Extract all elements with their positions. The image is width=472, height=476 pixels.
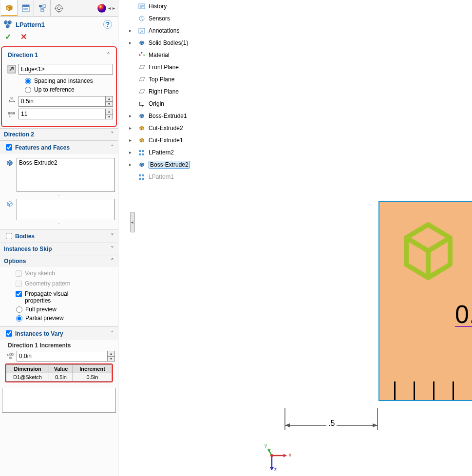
svg-rect-3 [43,5,46,7]
instances-vary-checkbox[interactable] [6,330,12,337]
appearance-ball-icon[interactable] [96,3,107,14]
tree-item-label: Boss-Extrude2 [149,161,190,169]
tree-item-label: Top Plane [149,76,174,83]
vary-dimension-table[interactable]: Dimension Value Increment D1@Sketch 0.5i… [6,364,112,381]
confirm-row: ✓ ✕ [0,31,118,45]
orientation-triad[interactable]: x y z [264,441,299,475]
up-to-reference-radio[interactable] [25,87,31,93]
svg-rect-2 [39,5,42,7]
direction1-count-input[interactable] [19,109,106,119]
faces-to-pattern-list[interactable] [17,199,115,220]
direction2-header-row[interactable]: Direction 2 ˅ [0,129,118,140]
spacing-spinner[interactable]: ▴▾ [105,96,113,107]
bodies-checkbox[interactable] [6,233,12,239]
table-row[interactable]: D1@Sketch 0.5in 0.5in [6,373,112,381]
table-header-value[interactable]: Value [49,365,73,373]
count-spinner[interactable]: ▴▾ [105,109,113,119]
partial-preview-radio[interactable] [16,315,22,322]
dimension-witness-line [455,326,472,327]
collapse-icon: ˄ [111,144,114,152]
model-preview-part[interactable]: goe 0.5 0.5 [378,201,472,401]
svg-rect-28 [142,178,144,180]
extrude-icon [138,112,146,120]
tree-item-top-plane[interactable]: Top Plane [138,73,255,85]
table-cell-value[interactable]: 0.5in [49,373,73,381]
tree-expand-icon[interactable]: ▸ [129,162,132,167]
features-to-pattern-list[interactable]: Boss-Extrude2 [17,158,115,192]
tree-expand-icon[interactable]: ▸ [129,150,132,155]
table-header-dimension[interactable]: Dimension [6,365,49,373]
tree-item-boss-extrude1[interactable]: ▸Boss-Extrude1 [138,110,255,122]
bodies-header-row[interactable]: Bodies ˅ [0,229,118,243]
tree-item-lpattern1[interactable]: LPattern1 [138,171,255,183]
ok-accept-button[interactable]: ✓ [5,33,11,41]
direction1-header[interactable]: Direction 1 [8,52,107,58]
tree-item-lpattern2[interactable]: ▸LPattern2 [138,146,255,158]
cancel-button[interactable]: ✕ [20,33,27,41]
vary-table-highlight: Dimension Value Increment D1@Sketch 0.5i… [5,363,113,382]
table-cell-increment[interactable]: 0.5in [73,373,112,381]
tree-expand-icon[interactable]: ▸ [129,28,132,33]
features-faces-header-row[interactable]: Features and Faces ˄ [0,141,118,154]
graphics-viewport[interactable]: HistorySensors▸AAnnotations▸Solid Bodies… [118,0,472,476]
svg-point-7 [97,4,106,13]
features-faces-checkbox[interactable] [6,144,12,151]
panel-tabbar: ◂ ▸ [0,0,118,17]
options-header-row[interactable]: Options ˄ [0,255,118,267]
svg-point-29 [270,454,273,457]
collapse-icon: ˄ [111,257,114,265]
increment-value-input[interactable] [17,351,108,362]
reverse-direction-icon[interactable] [7,65,16,74]
tree-item-cut-extrude1[interactable]: ▸Cut-Extrude1 [138,134,255,146]
tree-item-right-plane[interactable]: Right Plane [138,85,255,97]
instances-vary-header-row[interactable]: Instances to Vary ˄ [0,327,118,340]
tree-item-boss-extrude2[interactable]: ▸Boss-Extrude2 [138,158,255,171]
solidbody-icon [138,39,146,47]
tab-configuration-manager[interactable] [34,0,51,16]
spacing-instances-radio[interactable] [25,78,31,84]
instances-skip-header-row[interactable]: Instances to Skip ˅ [0,243,118,255]
dimension-display-05-black[interactable]: 0.5 [455,300,472,329]
tree-item-label: Sensors [149,15,170,22]
plane-icon [138,76,146,83]
tab-dimxpert[interactable] [51,0,67,16]
svg-rect-12 [13,113,15,114]
collapse-icon[interactable]: ˄ [107,51,110,59]
svg-rect-11 [11,113,12,114]
tree-item-annotations[interactable]: ▸AAnnotations [138,24,255,37]
tree-item-cut-extrude2[interactable]: ▸Cut-Extrude2 [138,122,255,134]
tree-expand-icon[interactable]: ▸ [129,40,132,45]
tab-overflow-right-arrow[interactable]: ▸ [112,5,116,11]
tree-item-history[interactable]: History [138,0,255,12]
list-resize-handle[interactable]: ◦ [3,222,115,225]
full-preview-radio[interactable] [16,306,22,313]
drawing-dimension[interactable]: .5 [280,408,382,439]
direction1-spacing-input[interactable] [19,96,106,107]
tree-item-material-not-specifi-[interactable]: Material [138,49,255,61]
tab-property-manager[interactable] [18,0,34,16]
help-button[interactable]: ? [103,20,112,29]
tree-item-front-plane[interactable]: Front Plane [138,61,255,73]
direction1-edge-input[interactable] [19,64,113,75]
expand-icon: ˅ [111,131,114,138]
tab-feature-manager[interactable] [1,0,18,16]
tree-expand-icon[interactable]: ▸ [129,125,132,131]
table-header-increment[interactable]: Increment [73,365,112,373]
svg-rect-16 [10,357,11,359]
tree-item-origin[interactable]: Origin [138,97,255,110]
feature-title-row: LPattern1 ? [0,17,118,31]
increment-spinner[interactable]: ▴▾ [107,351,115,362]
tab-overflow-left-arrow[interactable]: ◂ [107,5,112,11]
tree-expand-icon[interactable]: ▸ [129,137,132,143]
tree-item-label: Cut-Extrude2 [149,125,183,132]
panel-splitter-handle[interactable] [130,212,135,232]
triad-y-label: y [264,443,267,448]
tree-item-sensors[interactable]: Sensors [138,12,255,24]
tree-expand-icon[interactable]: ▸ [129,113,132,118]
tree-item-label: Material [149,52,170,58]
tree-item-solid-bodies-1-[interactable]: ▸Solid Bodies(1) [138,37,255,49]
table-cell-dimension[interactable]: D1@Sketch [6,373,49,381]
propagate-visual-checkbox[interactable] [16,291,22,297]
svg-rect-24 [142,153,144,155]
list-resize-handle[interactable]: ◦ [3,194,115,197]
